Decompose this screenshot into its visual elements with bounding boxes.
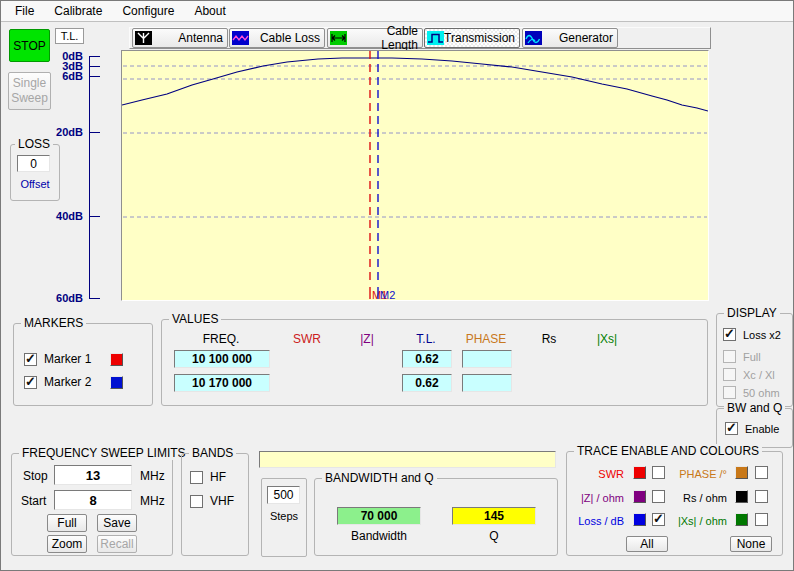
transmission-mode-button[interactable]: Transmission — [424, 28, 520, 48]
display-xcxl-row: Xc / Xl — [723, 368, 775, 381]
trace-swr-swatch[interactable] — [633, 466, 646, 479]
xc-xl-label: Xc / Xl — [743, 369, 775, 381]
transmission-mode-label: Transmission — [444, 31, 519, 45]
phase-header: PHASE — [466, 332, 507, 346]
start-unit-label: MHz — [140, 494, 165, 508]
cable-length-icon — [330, 31, 347, 45]
trace-loss-checkbox[interactable] — [652, 513, 665, 526]
marker2-checkbox[interactable] — [24, 376, 37, 389]
display-50ohm-row: 50 ohm — [723, 386, 780, 399]
sweep-limits-group: FREQUENCY SWEEP LIMITS Stop 13 MHz Start… — [11, 453, 173, 556]
cable-loss-mode-label: Cable Loss — [249, 31, 324, 45]
menu-about[interactable]: About — [184, 2, 235, 20]
trace-xs-swatch[interactable] — [735, 513, 748, 526]
stop-button[interactable]: STOP — [9, 29, 50, 62]
q-label: Q — [452, 529, 536, 543]
generator-mode-label: Generator — [542, 31, 617, 45]
loss-offset-input[interactable]: 0 — [17, 155, 50, 172]
axis-tick-6db: 6dB — [45, 70, 83, 82]
steps-input[interactable]: 500 — [267, 486, 300, 504]
trace-group-title: TRACE ENABLE AND COLOURS — [574, 444, 762, 458]
y-axis-tick — [89, 56, 100, 57]
y-axis-tick — [89, 132, 100, 133]
marker2-label: Marker 2 — [44, 375, 91, 389]
xs-header: |Xs| — [597, 332, 617, 346]
xc-xl-checkbox[interactable] — [723, 368, 736, 381]
stop-freq-input[interactable]: 13 — [54, 465, 132, 485]
q-value: 145 — [452, 507, 536, 525]
band-vhf-row: VHF — [190, 494, 234, 508]
bwq-enable-checkbox[interactable] — [725, 422, 738, 435]
trace-z-swatch[interactable] — [633, 490, 646, 503]
trace-loss-label: Loss / dB — [567, 515, 624, 527]
start-label: Start — [21, 494, 46, 508]
loss-x2-checkbox[interactable] — [723, 328, 736, 341]
trace-loss-swatch[interactable] — [633, 513, 646, 526]
generator-mode-button[interactable]: Generator — [522, 28, 618, 48]
values-group-title: VALUES — [169, 312, 221, 326]
marker2-row: Marker 2 — [24, 375, 123, 389]
marker1-tl-value: 0.62 — [402, 350, 452, 368]
values-group: VALUES FREQ. SWR |Z| T.L. PHASE Rs |Xs| … — [161, 319, 708, 406]
marker1-freq-input[interactable]: 10 100 000 — [174, 350, 270, 368]
trace-phase-checkbox[interactable] — [755, 466, 768, 479]
menu-file[interactable]: File — [5, 2, 44, 20]
swr-header: SWR — [293, 332, 321, 346]
cable-loss-mode-button[interactable]: Cable Loss — [229, 28, 325, 48]
full-sweep-button[interactable]: Full — [47, 514, 87, 532]
rs-header: Rs — [542, 332, 557, 346]
bands-group-title: BANDS — [189, 446, 236, 460]
start-freq-input[interactable]: 8 — [54, 490, 132, 510]
display-group: DISPLAY Loss x2 Full Xc / Xl 50 ohm — [716, 313, 793, 407]
z-header: |Z| — [360, 332, 374, 346]
cable-length-mode-label: Cable Length — [347, 24, 422, 52]
marker1-label: Marker 1 — [44, 352, 91, 366]
cable-length-mode-button[interactable]: Cable Length — [327, 28, 423, 48]
trace-z-checkbox[interactable] — [652, 490, 665, 503]
stop-label: Stop — [23, 469, 48, 483]
bwq-enable-row: Enable — [725, 422, 779, 435]
fifty-ohm-label: 50 ohm — [743, 387, 780, 399]
svg-text:M2: M2 — [380, 289, 395, 300]
vhf-checkbox[interactable] — [190, 495, 203, 508]
fifty-ohm-checkbox[interactable] — [723, 386, 736, 399]
marker1-checkbox[interactable] — [24, 353, 37, 366]
generator-icon — [525, 31, 542, 45]
marker2-tl-value: 0.62 — [402, 374, 452, 392]
full-label: Full — [743, 351, 761, 363]
menu-calibrate[interactable]: Calibrate — [44, 2, 112, 20]
sweep-chart[interactable]: M1M2 — [121, 50, 709, 301]
trace-xs-checkbox[interactable] — [755, 513, 768, 526]
marker2-color-swatch[interactable] — [110, 376, 123, 389]
marker1-color-swatch[interactable] — [110, 353, 123, 366]
marker2-freq-input[interactable]: 10 170 000 — [174, 374, 270, 392]
trace-all-button[interactable]: All — [626, 536, 668, 552]
transmission-icon — [427, 31, 444, 45]
zoom-button[interactable]: Zoom — [47, 535, 87, 553]
bandwidth-value: 70 000 — [337, 507, 421, 525]
display-lossx2-row: Loss x2 — [723, 328, 781, 341]
trace-none-button[interactable]: None — [730, 536, 772, 552]
menu-configure[interactable]: Configure — [112, 2, 184, 20]
recall-button[interactable]: Recall — [97, 535, 137, 553]
antenna-icon — [135, 31, 152, 45]
trace-rs-checkbox[interactable] — [755, 490, 768, 503]
chart-svg: M1M2 — [122, 51, 708, 300]
bwq-group: BW and Q Enable — [716, 408, 793, 448]
trace-group: TRACE ENABLE AND COLOURS SWR PHASE /° |Z… — [566, 451, 783, 556]
trace-swr-checkbox[interactable] — [652, 466, 665, 479]
trace-swr-label: SWR — [567, 468, 624, 480]
cable-loss-icon — [232, 31, 249, 45]
save-button[interactable]: Save — [97, 514, 137, 532]
loss-offset-label: Offset — [11, 178, 59, 190]
antenna-mode-button[interactable]: Antenna — [132, 28, 228, 48]
menu-bar: File Calibrate Configure About — [1, 1, 793, 22]
hf-checkbox[interactable] — [190, 471, 203, 484]
steps-panel: 500 Steps — [261, 478, 307, 557]
vhf-label: VHF — [210, 494, 234, 508]
loss-group-title: LOSS — [15, 137, 53, 151]
trace-xs-label: |Xs| / ohm — [665, 515, 727, 527]
trace-rs-swatch[interactable] — [735, 490, 748, 503]
full-checkbox[interactable] — [723, 350, 736, 363]
trace-phase-swatch[interactable] — [735, 466, 748, 479]
